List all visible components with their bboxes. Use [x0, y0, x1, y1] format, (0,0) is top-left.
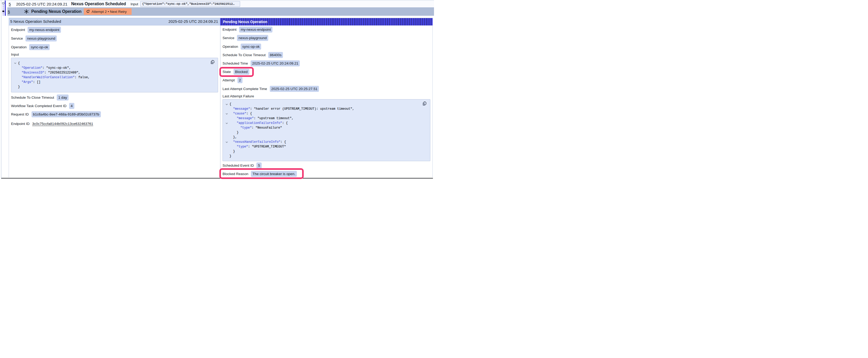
field-row-schedule-to-close-timeout: Schedule To Close Timeout1 day — [9, 93, 220, 102]
selected-group-indicator — [5, 1, 6, 16]
code-gutter — [11, 75, 18, 80]
code-line: { — [11, 61, 218, 66]
right-card-title: Pending Nexus Operation — [223, 20, 268, 24]
field-value-chip: sync-op-ok — [29, 44, 50, 50]
code-gutter — [223, 135, 229, 140]
collapse-chevron-icon[interactable] — [11, 61, 18, 66]
field-value-chip: 2025-02-25 UTC 20:24:09.21 — [251, 60, 300, 66]
json-code-block-last-attempt-failure: {"message": "handler error (UPSTREAM_TIM… — [222, 99, 430, 161]
field-row-operation: Operationsync-op-ok — [9, 43, 220, 52]
retry-badge-label: Attempt 2 • Next Retry — [92, 9, 127, 13]
field-value-link[interactable]: 3c0c75ccfa8144b092c13ce632463761 — [32, 122, 93, 126]
event-detail-card-scheduled: 5 Nexus Operation Scheduled 2025-02-25 U… — [9, 18, 220, 178]
collapse-chevron-icon[interactable] — [223, 140, 229, 144]
field-row-service: Servicenexus-playground — [220, 34, 432, 42]
json-value: : "upstream timeout", — [254, 117, 293, 120]
json-key: "HandlerWaitForCancellation" — [22, 75, 74, 79]
field-label: Service — [222, 36, 234, 40]
field-label: Last Attempt Complete Time — [222, 87, 267, 91]
retry-status-badge: Attempt 2 • Next Retry — [84, 8, 132, 15]
code-line: } — [223, 154, 430, 159]
code-line: { — [223, 102, 430, 106]
timeline-dotted-connector — [3, 4, 3, 10]
json-value: } — [237, 131, 239, 134]
field-value-chip: nexus-playground — [237, 35, 268, 41]
json-key: "nexusHandlerFailureInfo" — [233, 140, 280, 144]
code-gutter — [11, 66, 18, 70]
collapse-chevron-icon[interactable] — [223, 121, 229, 126]
field-value-chip: Blocked — [234, 69, 249, 75]
event-id-link[interactable]: 5 — [9, 2, 11, 6]
code-gutter — [223, 130, 229, 135]
field-value-chip: The circuit breaker is open. — [251, 171, 297, 177]
field-label: Operation — [11, 45, 27, 49]
field-value-chip: 5 — [256, 162, 262, 168]
code-gutter — [223, 126, 229, 130]
collapse-chevron-icon[interactable] — [223, 102, 229, 106]
field-row-schedule-to-close-timeout: Schedule To Close Timeout86400s — [220, 51, 432, 59]
right-card-header: Pending Nexus Operation — [220, 18, 433, 26]
code-gutter — [223, 144, 229, 149]
json-key: "Operation" — [22, 66, 42, 70]
field-value-chip: sync-op-ok — [241, 43, 261, 50]
field-row-scheduled-time: Scheduled Time2025-02-25 UTC 20:24:09.21 — [220, 59, 432, 67]
field-label: Workflow Task Completed Event ID — [11, 104, 66, 108]
json-value: : { — [282, 121, 288, 125]
field-label: Service — [11, 36, 23, 40]
top-divider — [0, 0, 434, 1]
field-label: Schedule To Close Timeout — [222, 53, 266, 57]
field-row-workflow-task-completed-event-id: Workflow Task Completed Event ID4 — [9, 102, 220, 110]
json-value: } — [18, 85, 20, 89]
field-row-blocked-reason: Blocked ReasonThe circuit breaker is ope… — [220, 169, 432, 178]
field-label: Request ID — [11, 112, 29, 116]
field-row-endpoint: Endpointmy-nexus-endpoint — [9, 26, 220, 34]
event-title: Nexus Operation Scheduled — [71, 2, 126, 6]
field-label: Scheduled Time — [222, 61, 248, 65]
left-card-title: 5 Nexus Operation Scheduled — [10, 20, 61, 24]
field-label: State — [222, 70, 231, 74]
field-row-endpoint: Endpointmy-nexus-endpoint — [220, 26, 432, 34]
code-line: "HandlerWaitForCancellation": false, — [11, 75, 218, 80]
timeline-dotted-connector — [3, 13, 3, 16]
field-label: Endpoint — [11, 28, 25, 32]
json-value: : "NexusFailure" — [252, 126, 282, 130]
json-value: : "handler error (UPSTREAM_TIMEOUT): ups… — [250, 107, 354, 111]
code-line: "type": "UPSTREAM_TIMEOUT" — [223, 144, 430, 149]
code-line: "Operation": "sync-op-ok", — [11, 66, 218, 70]
code-line: "type": "NexusFailure" — [223, 126, 430, 130]
json-value: : [] — [33, 80, 41, 84]
copy-icon[interactable] — [211, 60, 215, 64]
json-key: "BusinessID" — [22, 71, 44, 74]
field-row-service: Servicenexus-playground — [9, 34, 220, 43]
json-value: : "UPSTREAM_TIMEOUT" — [248, 145, 286, 149]
event-id-link[interactable]: 5 — [8, 9, 10, 14]
event-row-pending-nexus-operation[interactable]: 5 Pending Nexus Operation Attempt 2 • Ne… — [7, 7, 434, 16]
pending-operation-icon — [24, 9, 29, 14]
code-line: "applicationFailureInfo": { — [223, 121, 430, 126]
event-row-nexus-operation-scheduled[interactable]: 5 2025-02-25 UTC 20:24:09.21 Nexus Opera… — [7, 1, 434, 7]
field-row-operation: Operationsync-op-ok — [220, 42, 432, 51]
copy-icon[interactable] — [423, 101, 427, 106]
field-value-chip: 2025-02-25 UTC 20:25:27.51 — [270, 86, 319, 92]
code-line: "message": "upstream timeout", — [223, 116, 430, 121]
field-value-chip: my-nexus-endpoint — [28, 27, 61, 33]
event-history-page: 5 2025-02-25 UTC 20:24:09.21 Nexus Opera… — [0, 0, 434, 179]
field-value-chip: 4 — [69, 103, 74, 109]
collapse-chevron-icon[interactable] — [223, 111, 229, 116]
code-gutter — [11, 85, 18, 89]
left-card-header: 5 Nexus Operation Scheduled 2025-02-25 U… — [9, 18, 220, 26]
json-code-block-input: {"Operation": "sync-op-ok","BusinessID":… — [11, 58, 218, 92]
timeline-event-marker-selected — [2, 10, 4, 12]
event-input-preview: {"Operation":"sync-op-ok","BusinessID":"… — [140, 1, 240, 7]
field-value-chip: nexus-playground — [26, 35, 57, 41]
field-label: Endpoint — [222, 28, 237, 32]
field-row-endpoint-id: Endpoint ID3c0c75ccfa8144b092c13ce632463… — [9, 120, 220, 128]
code-gutter — [11, 70, 18, 75]
field-row-last-attempt-complete-time: Last Attempt Complete Time2025-02-25 UTC… — [220, 85, 432, 93]
json-value: : { — [246, 112, 252, 116]
bottom-divider — [1, 178, 433, 178]
field-value-chip: 2 — [238, 77, 243, 83]
field-row-scheduled-event-id: Scheduled Event ID5 — [220, 161, 432, 169]
json-value: } — [233, 150, 235, 153]
pending-operation-card: Pending Nexus Operation Endpointmy-nexus… — [220, 18, 433, 178]
